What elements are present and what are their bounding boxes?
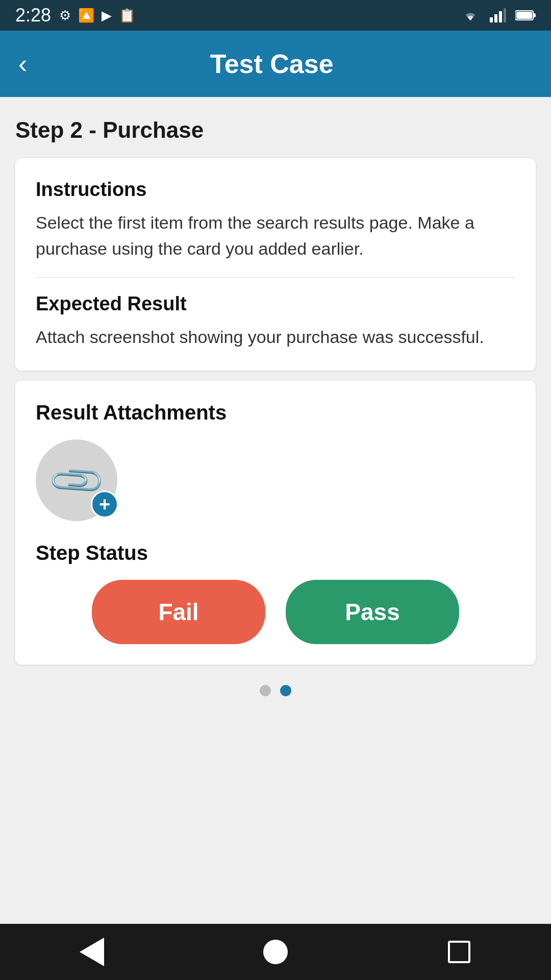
- recent-nav-icon: [448, 941, 470, 963]
- dot-1[interactable]: [260, 685, 271, 696]
- pagination-dots: [15, 675, 536, 701]
- step-status-buttons: Fail Pass: [36, 580, 515, 644]
- attachment-area: 📎 +: [36, 439, 515, 521]
- svg-rect-5: [533, 13, 536, 17]
- nav-recent-button[interactable]: [439, 932, 480, 972]
- status-time: 2:28: [15, 5, 51, 26]
- signal-icon: [490, 8, 506, 22]
- expected-result-heading: Expected Result: [36, 293, 515, 315]
- page-title: Test Case: [37, 48, 506, 79]
- back-button[interactable]: ‹: [18, 51, 27, 77]
- fail-button[interactable]: Fail: [92, 580, 265, 644]
- card-divider: [36, 277, 515, 278]
- add-attachment-badge[interactable]: +: [91, 491, 118, 518]
- status-bar: 2:28 ⚙ 🔼 ▶ 📋: [0, 0, 551, 31]
- result-attachments-heading: Result Attachments: [36, 401, 515, 424]
- svg-rect-2: [499, 11, 502, 22]
- back-nav-icon: [80, 938, 104, 966]
- gear-icon: ⚙: [59, 8, 71, 23]
- app-bar: ‹ Test Case: [0, 31, 551, 97]
- instructions-heading: Instructions: [36, 179, 515, 201]
- svg-rect-1: [494, 14, 497, 22]
- wifi-icon: [460, 8, 481, 22]
- play-circle-icon: ▶: [102, 8, 112, 23]
- step-status-heading: Step Status: [36, 542, 515, 565]
- battery-icon: [515, 9, 536, 21]
- svg-rect-6: [516, 12, 532, 19]
- instructions-card: Instructions Select the first item from …: [15, 158, 536, 371]
- bottom-nav: [0, 924, 551, 980]
- svg-rect-3: [504, 8, 506, 22]
- nav-home-button[interactable]: [255, 932, 296, 972]
- main-content: Step 2 - Purchase Instructions Select th…: [0, 97, 551, 924]
- clipboard-icon: 📋: [119, 8, 135, 23]
- attachment-upload-button[interactable]: 📎 +: [36, 439, 117, 521]
- instructions-text: Select the first item from the search re…: [36, 210, 515, 262]
- expected-result-text: Attach screenshot showing your purchase …: [36, 324, 515, 350]
- home-nav-icon: [263, 940, 288, 964]
- step-title: Step 2 - Purchase: [15, 117, 536, 143]
- svg-rect-0: [490, 17, 493, 22]
- arrow-up-circle-icon: 🔼: [78, 8, 94, 23]
- pass-button[interactable]: Pass: [286, 580, 459, 644]
- dot-2[interactable]: [280, 685, 291, 696]
- attachments-card: Result Attachments 📎 + Step Status Fail …: [15, 381, 536, 665]
- nav-back-button[interactable]: [71, 932, 112, 972]
